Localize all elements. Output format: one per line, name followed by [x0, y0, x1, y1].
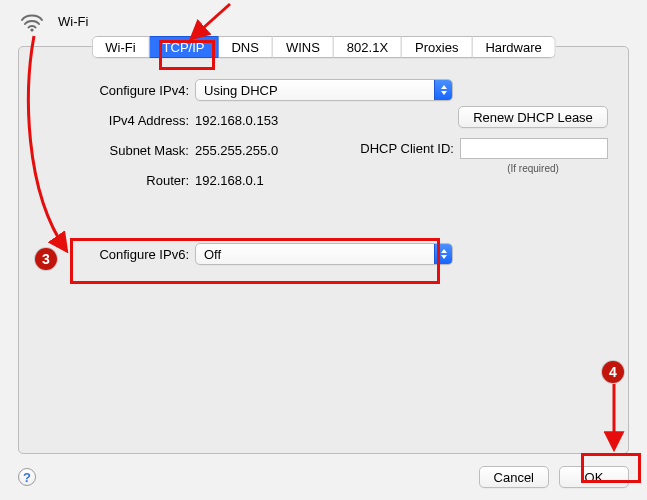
- tab-wifi[interactable]: Wi-Fi: [91, 36, 149, 58]
- renew-dhcp-button[interactable]: Renew DHCP Lease: [458, 106, 608, 128]
- wifi-icon: [18, 10, 46, 32]
- configure-ipv4-value: Using DHCP: [204, 83, 278, 98]
- configure-ipv6-select[interactable]: Off: [195, 243, 453, 265]
- chevron-updown-icon: [434, 80, 452, 100]
- if-required-hint: (If required): [458, 163, 608, 174]
- router-label: Router:: [19, 173, 195, 188]
- ipv4-address-value: 192.168.0.153: [195, 113, 278, 128]
- router-value: 192.168.0.1: [195, 173, 264, 188]
- configure-ipv4-select[interactable]: Using DHCP: [195, 79, 453, 101]
- help-button[interactable]: ?: [18, 468, 36, 486]
- tab-dns[interactable]: DNS: [218, 36, 272, 58]
- svg-point-0: [30, 28, 33, 31]
- dhcp-clientid-label: DHCP Client ID:: [360, 141, 454, 156]
- subnet-mask-label: Subnet Mask:: [19, 143, 195, 158]
- tab-hardware[interactable]: Hardware: [472, 36, 555, 58]
- network-title: Wi-Fi: [58, 14, 88, 29]
- chevron-updown-icon: [434, 244, 452, 264]
- ipv4-address-label: IPv4 Address:: [19, 113, 195, 128]
- settings-panel: Wi-Fi TCP/IP DNS WINS 802.1X Proxies Har…: [18, 46, 629, 454]
- ok-button[interactable]: OK: [559, 466, 629, 488]
- tab-tcpip[interactable]: TCP/IP: [150, 36, 219, 58]
- configure-ipv6-value: Off: [204, 247, 221, 262]
- configure-ipv4-label: Configure IPv4:: [19, 83, 195, 98]
- tab-proxies[interactable]: Proxies: [402, 36, 472, 58]
- tab-bar: Wi-Fi TCP/IP DNS WINS 802.1X Proxies Har…: [91, 36, 556, 58]
- cancel-button[interactable]: Cancel: [479, 466, 549, 488]
- configure-ipv6-label: Configure IPv6:: [19, 247, 195, 262]
- dhcp-clientid-input[interactable]: [460, 138, 608, 159]
- tab-wins[interactable]: WINS: [273, 36, 334, 58]
- tab-8021x[interactable]: 802.1X: [334, 36, 402, 58]
- subnet-mask-value: 255.255.255.0: [195, 143, 278, 158]
